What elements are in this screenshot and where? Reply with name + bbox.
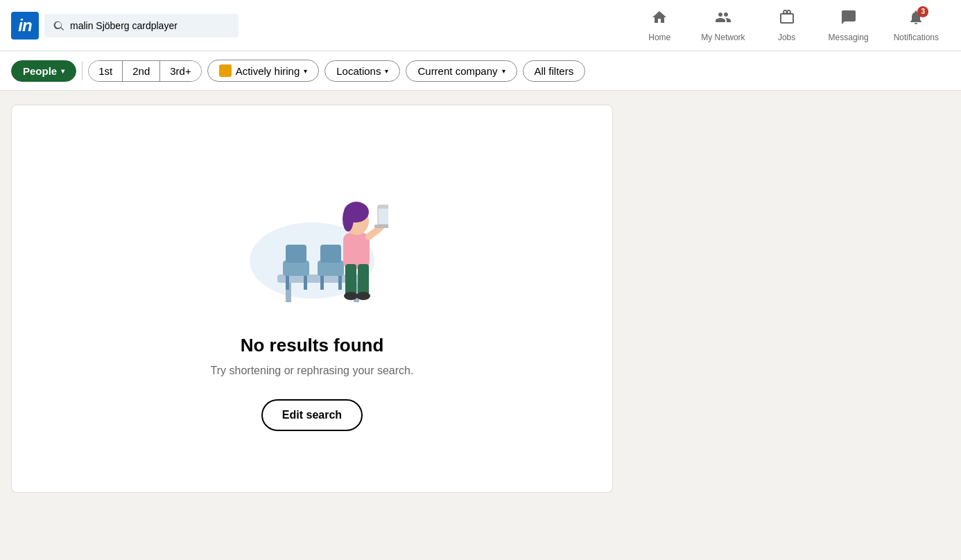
no-results-illustration xyxy=(236,167,388,313)
search-icon xyxy=(53,20,64,31)
jobs-icon xyxy=(779,9,795,30)
nav-item-my-network[interactable]: My Network xyxy=(690,3,756,48)
svg-point-15 xyxy=(343,207,354,231)
svg-rect-9 xyxy=(320,245,341,263)
svg-rect-18 xyxy=(374,225,388,228)
nav-item-home[interactable]: Home xyxy=(632,3,687,48)
connection-2nd-button[interactable]: 2nd xyxy=(123,61,160,81)
svg-rect-5 xyxy=(286,245,306,263)
svg-rect-6 xyxy=(286,276,289,290)
nav-item-jobs[interactable]: Jobs xyxy=(759,3,815,48)
my-network-icon xyxy=(715,9,731,30)
main-nav: Home My Network Jobs Messaging xyxy=(632,3,950,48)
nav-label-jobs: Jobs xyxy=(778,33,795,42)
notifications-icon: 3 xyxy=(908,9,924,30)
locations-chevron-icon: ▾ xyxy=(385,67,388,75)
navbar: in Home My Network Jobs xyxy=(0,0,961,51)
connection-filter-group: 1st 2nd 3rd+ xyxy=(88,60,202,82)
nav-label-home: Home xyxy=(648,33,670,42)
edit-search-button[interactable]: Edit search xyxy=(261,399,363,431)
current-company-chevron-icon: ▾ xyxy=(502,67,505,75)
locations-label: Locations xyxy=(336,65,381,77)
nav-label-my-network: My Network xyxy=(701,33,745,42)
linkedin-logo[interactable]: in xyxy=(11,12,39,40)
svg-rect-12 xyxy=(343,233,370,269)
filter-divider xyxy=(82,61,83,80)
nav-label-notifications: Notifications xyxy=(894,33,939,42)
actively-hiring-filter-button[interactable]: Actively hiring ▾ xyxy=(207,60,320,82)
current-company-filter-button[interactable]: Current company ▾ xyxy=(406,60,517,82)
main-content: No results found Try shortening or rephr… xyxy=(0,91,624,507)
nav-item-messaging[interactable]: Messaging xyxy=(817,3,880,48)
all-filters-button[interactable]: All filters xyxy=(523,60,586,82)
no-results-subtitle: Try shortening or rephrasing your search… xyxy=(211,365,414,377)
svg-rect-23 xyxy=(358,264,369,295)
search-bar[interactable] xyxy=(44,14,239,37)
locations-filter-button[interactable]: Locations ▾ xyxy=(324,60,400,82)
svg-rect-22 xyxy=(345,264,356,295)
connection-3rd-button[interactable]: 3rd+ xyxy=(160,61,200,81)
svg-rect-4 xyxy=(283,261,309,276)
nav-label-messaging: Messaging xyxy=(829,33,869,42)
svg-rect-10 xyxy=(320,276,324,290)
search-input[interactable] xyxy=(70,20,230,31)
home-icon xyxy=(651,9,668,30)
people-chevron-icon: ▾ xyxy=(61,67,64,75)
results-card: No results found Try shortening or rephr… xyxy=(11,105,613,493)
filter-bar: People ▾ 1st 2nd 3rd+ Actively hiring ▾ … xyxy=(0,51,961,91)
nav-item-notifications[interactable]: 3 Notifications xyxy=(883,3,950,48)
actively-hiring-icon xyxy=(219,64,232,77)
svg-rect-11 xyxy=(338,276,342,290)
svg-point-25 xyxy=(356,292,370,300)
no-results-title: No results found xyxy=(241,335,384,356)
people-filter-label: People xyxy=(23,65,57,77)
actively-hiring-chevron-icon: ▾ xyxy=(304,67,307,75)
connection-1st-button[interactable]: 1st xyxy=(89,61,123,81)
notification-badge: 3 xyxy=(917,6,928,17)
svg-rect-7 xyxy=(304,276,307,290)
svg-rect-8 xyxy=(318,261,344,276)
actively-hiring-label: Actively hiring xyxy=(236,65,300,77)
current-company-label: Current company xyxy=(417,65,497,77)
svg-point-24 xyxy=(344,292,358,300)
people-filter-button[interactable]: People ▾ xyxy=(11,60,76,82)
svg-rect-17 xyxy=(378,205,388,209)
all-filters-label: All filters xyxy=(535,65,574,77)
messaging-icon xyxy=(840,9,857,30)
